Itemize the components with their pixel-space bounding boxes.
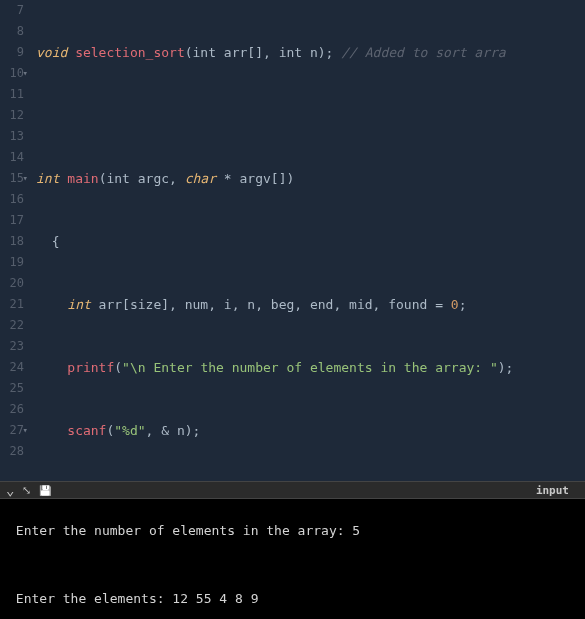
code-line[interactable]: printf("\n Enter the number of elements … — [36, 357, 585, 378]
code-line[interactable]: { — [36, 231, 585, 252]
fold-icon[interactable]: ▾ — [23, 168, 28, 189]
fold-icon[interactable]: ▾ — [23, 63, 28, 84]
code-line[interactable]: scanf("%d", & n); — [36, 420, 585, 441]
line-number: 22 — [0, 315, 24, 336]
code-line[interactable] — [36, 105, 585, 126]
line-number: 15▾ — [0, 168, 24, 189]
line-number: 21 — [0, 294, 24, 315]
line-number: 26 — [0, 399, 24, 420]
terminal-line: Enter the elements: 12 55 4 8 9 — [8, 590, 577, 607]
save-icon[interactable] — [39, 484, 51, 497]
line-number: 11 — [0, 84, 24, 105]
line-number: 8 — [0, 21, 24, 42]
line-number: 18 — [0, 231, 24, 252]
code-editor[interactable]: 7 8 9 10▾ 11 12 13 14 15▾ 16 17 18 19 20… — [0, 0, 585, 481]
terminal-toolbar: input — [0, 481, 585, 499]
line-gutter: 7 8 9 10▾ 11 12 13 14 15▾ 16 17 18 19 20… — [0, 0, 30, 462]
expand-icon[interactable] — [22, 484, 31, 497]
terminal-output[interactable]: Enter the number of elements in the arra… — [0, 499, 585, 619]
code-line[interactable]: int arr[size], num, i, n, beg, end, mid,… — [36, 294, 585, 315]
code-line[interactable]: int main(int argc, char * argv[]) — [36, 168, 585, 189]
line-number: 28 — [0, 441, 24, 462]
line-number: 25 — [0, 378, 24, 399]
code-line[interactable]: void selection_sort(int arr[], int n); /… — [36, 42, 585, 63]
line-number: 9 — [0, 42, 24, 63]
terminal-line — [8, 556, 577, 573]
terminal-line: Enter the number of elements in the arra… — [8, 522, 577, 539]
line-number: 16 — [0, 189, 24, 210]
line-number: 10▾ — [0, 63, 24, 84]
line-number: 14 — [0, 147, 24, 168]
line-number: 7 — [0, 0, 24, 21]
chevron-down-icon[interactable] — [6, 483, 14, 498]
terminal-tab-label[interactable]: input — [536, 484, 569, 497]
line-number: 20 — [0, 273, 24, 294]
line-number: 13 — [0, 126, 24, 147]
line-number: 17 — [0, 210, 24, 231]
line-number: 24 — [0, 357, 24, 378]
line-number: 19 — [0, 252, 24, 273]
line-number: 23 — [0, 336, 24, 357]
code-content[interactable]: void selection_sort(int arr[], int n); /… — [30, 0, 585, 481]
fold-icon[interactable]: ▾ — [23, 420, 28, 441]
line-number: 12 — [0, 105, 24, 126]
line-number: 27▾ — [0, 420, 24, 441]
